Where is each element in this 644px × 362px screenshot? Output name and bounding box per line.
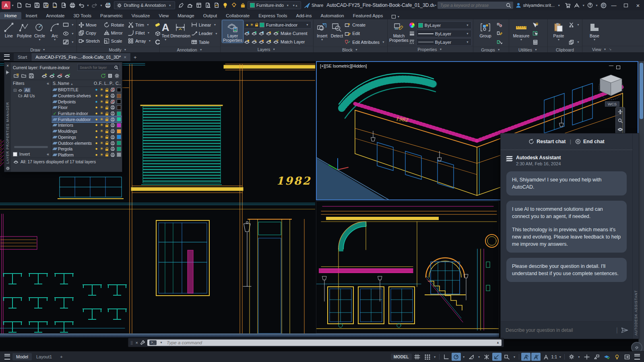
redo-button[interactable] (90, 1, 99, 9)
layer-plot-icon[interactable] (109, 87, 116, 92)
export-button[interactable] (59, 1, 68, 9)
layer-lock-icon[interactable] (104, 123, 109, 127)
grid-toggle[interactable] (413, 353, 422, 361)
palette-autohide-icon[interactable] (6, 70, 10, 74)
layer-color-swatch[interactable] (116, 105, 122, 110)
layer-lock-icon[interactable] (104, 100, 109, 103)
tab-manage[interactable]: Manage (173, 12, 199, 19)
layer-color-swatch[interactable] (116, 88, 122, 92)
layer-states-icon[interactable] (29, 73, 34, 78)
snap-toggle[interactable] (423, 353, 432, 361)
match-layer-button[interactable]: Match Layer (273, 38, 305, 45)
set-current-icon[interactable] (64, 73, 70, 78)
match-properties-button[interactable]: Match Properties (389, 20, 409, 43)
layer-freeze-icon[interactable] (258, 31, 264, 36)
tab-drawing[interactable]: AutoCAD-FY25_Fire-...-Book-Cafe_01_3D* × (31, 53, 131, 61)
layer-plot-icon[interactable] (109, 117, 116, 122)
autodesk-logo-icon[interactable] (572, 1, 581, 9)
tab-add-ins[interactable]: Add-ins (292, 12, 316, 19)
palette-close-icon[interactable]: × (6, 64, 9, 68)
mirror-button[interactable]: Mirror (104, 29, 124, 37)
trim-button[interactable]: Trim▼ (128, 21, 152, 29)
layer-on-icon[interactable]: ● (94, 94, 99, 98)
close-tab-icon[interactable]: × (124, 55, 126, 60)
layer-color-swatch[interactable] (116, 111, 122, 116)
layer-name[interactable]: Platform (58, 152, 94, 157)
layer-on-icon[interactable]: ● (94, 100, 99, 104)
lineweight-combo[interactable]: ByLayer▼ (416, 30, 472, 37)
marker-pen-icon[interactable] (177, 1, 186, 9)
layer-name[interactable]: Pergola (58, 146, 94, 151)
navigation-bar[interactable] (615, 107, 625, 134)
iso-drafting-toggle[interactable] (467, 353, 476, 361)
layer-row[interactable]: Defpoints●☀ (52, 99, 122, 105)
restart-chat-button[interactable]: Restart chat (528, 139, 566, 144)
tab-view[interactable]: View (154, 12, 173, 19)
settings-icon[interactable] (114, 73, 120, 78)
lineweight-icon[interactable] (409, 31, 415, 36)
rectangle-button[interactable]: ▼ (63, 21, 75, 29)
batch-plot-button[interactable] (103, 1, 112, 9)
send-icon[interactable] (621, 327, 628, 333)
layer-table-header[interactable]: S.. Name ▲ O.. F.. L.. P.. C.. (52, 80, 122, 87)
ellipse-button[interactable]: ▼ (63, 30, 75, 37)
command-close-icon[interactable]: × (136, 340, 138, 345)
viewport-minimize-icon[interactable]: — (609, 63, 613, 68)
edit-attributes-button[interactable]: Edit Attributes▼ (345, 38, 386, 46)
drawing-canvas-area[interactable]: 1982 (0, 61, 644, 351)
annotation-scale-value[interactable]: 1:1 (551, 354, 557, 359)
layer-unisolate-icon[interactable] (251, 39, 257, 44)
model-tab[interactable]: Model (12, 353, 32, 360)
layer-plot-icon[interactable] (109, 141, 116, 146)
object-snap-tracking-toggle[interactable] (482, 353, 491, 361)
search-expand-icon[interactable]: ▸ (435, 4, 437, 7)
layer-color-swatch[interactable] (116, 94, 122, 98)
layer-name[interactable]: Openings (58, 135, 94, 140)
leader-button[interactable]: Leader▼ (191, 30, 219, 37)
layer-properties-button[interactable]: Layer Properties (222, 20, 243, 43)
layer-row[interactable]: Outdoor-elements●☀ (52, 140, 122, 146)
layer-row[interactable]: Interiors●☀ (52, 122, 122, 128)
polyline-button[interactable]: Polyline (17, 20, 32, 38)
hatch-button[interactable]: ▼ (63, 38, 75, 46)
quick-select-button[interactable] (533, 30, 538, 37)
linear-dim-button[interactable]: Linear▼ (191, 21, 219, 29)
layer-on-icon[interactable]: ● (94, 88, 99, 92)
layer-on-icon[interactable]: ● (94, 141, 99, 145)
layer-row[interactable]: Furniture-outdoor●☀ (52, 116, 122, 122)
chat-input-bar[interactable]: | (501, 321, 632, 339)
paste-button[interactable]: Paste▼ (549, 20, 568, 41)
layer-row[interactable]: Pergola●☀ (52, 146, 122, 152)
panel-label-utilities[interactable]: Utilities▼ (509, 47, 547, 52)
tab-express-tools[interactable]: Express Tools (254, 12, 291, 19)
cut-button[interactable]: ▼ (569, 21, 580, 29)
new-file-button[interactable] (15, 1, 24, 9)
model-space-toggle[interactable]: MODEL (391, 354, 412, 360)
layer-on-icon[interactable]: ● (94, 111, 99, 115)
command-dropdown-icon[interactable]: ▼ (160, 341, 163, 344)
layer-on-icon[interactable]: ● (94, 135, 99, 139)
polar-dropdown-icon[interactable]: ▼ (462, 356, 465, 358)
layer-name[interactable]: BRDTITLE (58, 87, 94, 92)
panel-label-layers[interactable]: Layers▼ (221, 46, 313, 52)
new-group-filter-icon[interactable] (21, 73, 27, 78)
command-grip[interactable]: ⣿ (130, 341, 134, 345)
workspace-dropdown-icon[interactable]: ▼ (578, 356, 580, 358)
layer-lock-icon[interactable] (104, 106, 109, 109)
new-layer-icon[interactable] (41, 73, 47, 78)
layer-freeze-icon[interactable]: ☀ (99, 147, 104, 151)
layer-on-icon[interactable]: ● (94, 147, 99, 151)
scale-button[interactable]: Scale (104, 37, 124, 45)
table-button[interactable]: Table (191, 38, 219, 46)
layer-combo[interactable]: ●☀ Furniture-indoor ▼ (244, 21, 312, 29)
collapse-icon[interactable]: « (47, 152, 49, 156)
help-icon[interactable] (586, 1, 594, 9)
layer-name[interactable]: Furniture-outdoor (58, 117, 94, 122)
layer-plot-icon[interactable] (109, 111, 116, 116)
tab-3d-tools[interactable]: 3D Tools (69, 12, 96, 19)
detect-button[interactable]: Detect (330, 20, 344, 38)
toggle-overrides-icon[interactable] (108, 74, 112, 78)
filters-scrollbar[interactable] (14, 146, 48, 148)
layer-on-icon[interactable]: ● (94, 117, 99, 121)
viewport-restore-icon[interactable] (616, 64, 620, 71)
